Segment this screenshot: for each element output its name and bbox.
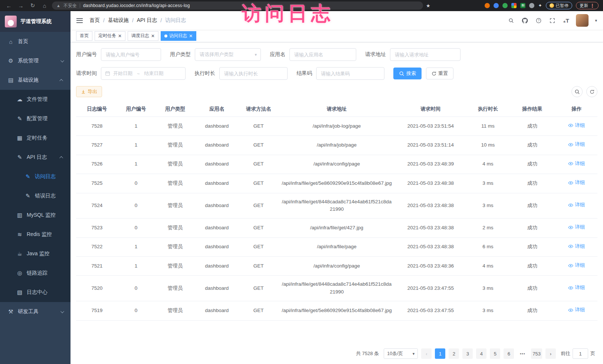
sidebar-item-java-monitor[interactable]: ☕Java 监控 xyxy=(0,244,71,263)
user-type-select[interactable]: 请选择用户类型 ▾ xyxy=(195,48,261,61)
page-size-select[interactable]: 10条/页 ▾ xyxy=(384,348,418,359)
column-header: 应用名 xyxy=(196,102,237,117)
duration-input[interactable] xyxy=(219,67,288,80)
sidebar-item-mysql-monitor[interactable]: ▥MySQL 监控 xyxy=(0,206,71,225)
extension-icon[interactable] xyxy=(511,3,517,8)
tab-scheduled-job[interactable]: 定时任务✕ xyxy=(95,31,125,41)
bookmark-star-icon[interactable]: ★ xyxy=(426,3,430,9)
eye-icon xyxy=(568,180,573,186)
request-time-range-picker[interactable]: 开始日期 ~ 结束日期 xyxy=(101,67,186,80)
sidebar-item-redis-monitor[interactable]: ≋Redis 监控 xyxy=(0,225,71,244)
sidebar-item-trace[interactable]: ◎链路追踪 xyxy=(0,263,71,283)
sidebar-item-dev-tools[interactable]: ⚒研发工具 xyxy=(0,302,71,321)
cell-time: 2021-05-03 23:48:36 xyxy=(394,257,467,276)
sidebar-item-scheduled-job[interactable]: ▦定时任务 xyxy=(0,128,71,148)
detail-link[interactable]: 详细 xyxy=(568,223,585,231)
page-button-1[interactable]: 1 xyxy=(435,348,445,359)
detail-link[interactable]: 详细 xyxy=(568,243,585,250)
sidebar-item-system[interactable]: ⚙系统管理 xyxy=(0,51,71,70)
log-icon: ✎ xyxy=(24,193,31,199)
column-header: 操作结果 xyxy=(509,102,556,117)
extensions-pin-icon[interactable]: ✦ xyxy=(538,3,542,8)
page-button-2[interactable]: 2 xyxy=(449,348,459,359)
sidebar-item-log-center[interactable]: ▧日志中心 xyxy=(0,283,71,302)
page-jump-input[interactable] xyxy=(573,348,588,359)
extension-icon[interactable] xyxy=(529,3,534,8)
tab-access-log[interactable]: 访问日志✕ xyxy=(161,31,196,41)
paused-badge[interactable]: 已暂停 xyxy=(546,2,573,9)
update-button[interactable]: 更新 ⋮ xyxy=(576,2,599,9)
search-icon[interactable] xyxy=(507,17,515,24)
page-button-753[interactable]: 753 xyxy=(531,348,542,359)
breadcrumb-item[interactable]: 基础设施 xyxy=(108,17,129,24)
detail-link[interactable]: 详细 xyxy=(568,306,585,314)
sidebar-item-api-log[interactable]: ✎API 日志 xyxy=(0,148,71,167)
request-url-input[interactable] xyxy=(390,48,461,61)
extension-icon[interactable]: 翻 xyxy=(520,3,525,8)
detail-link[interactable]: 详细 xyxy=(568,160,585,168)
refresh-table-button[interactable] xyxy=(586,86,597,97)
address-bar[interactable]: ▲ 不安全 dashboard.yudao.iocoder.cn/infra/l… xyxy=(52,1,423,10)
prev-page-button[interactable]: ‹ xyxy=(421,348,432,359)
more-pages-icon[interactable]: ••• xyxy=(517,351,528,356)
download-icon xyxy=(81,89,86,94)
fullscreen-icon[interactable] xyxy=(548,17,556,24)
sidebar-item-error-log[interactable]: ✎错误日志 xyxy=(0,186,71,206)
close-icon[interactable]: ✕ xyxy=(189,34,193,38)
back-icon[interactable]: ← xyxy=(4,3,13,9)
detail-link[interactable]: 详细 xyxy=(568,122,585,129)
sidebar-item-config-manage[interactable]: ✎配置管理 xyxy=(0,109,71,128)
table-row: 75221管理员dashboardGET/api/infra/file/page… xyxy=(76,237,597,256)
page-button-3[interactable]: 3 xyxy=(462,348,473,359)
detail-link[interactable]: 详细 xyxy=(568,284,585,292)
page-button-5[interactable]: 5 xyxy=(490,348,500,359)
sidebar-item-infra[interactable]: ▤基础设施 xyxy=(0,70,71,90)
user-type-label: 用户类型 xyxy=(170,51,191,58)
breadcrumb-item[interactable]: 首页 xyxy=(89,17,100,24)
page-button-4[interactable]: 4 xyxy=(476,348,486,359)
app-name-input[interactable] xyxy=(289,48,356,61)
forward-icon[interactable]: → xyxy=(16,3,25,9)
toggle-search-button[interactable] xyxy=(571,86,583,97)
sidebar-item-file-manage[interactable]: ☁文件管理 xyxy=(0,90,71,109)
chevron-down-icon[interactable]: ▾ xyxy=(595,18,597,23)
next-page-button[interactable]: › xyxy=(545,348,556,359)
toolbox-icon: ⚒ xyxy=(7,308,14,315)
user-id-input[interactable] xyxy=(101,48,161,61)
search-button[interactable]: 搜索 xyxy=(393,68,422,79)
reload-icon[interactable]: ↻ xyxy=(28,2,37,9)
github-icon[interactable] xyxy=(521,17,528,24)
help-icon[interactable]: ? xyxy=(535,17,542,24)
home-icon[interactable]: ⌂ xyxy=(40,3,49,9)
cell-method: GET xyxy=(238,136,279,155)
breadcrumb-item[interactable]: API 日志 xyxy=(137,17,157,24)
cell-url: /api/infra/file/get/5e8609290e915c4fa8b0… xyxy=(279,174,394,193)
page-button-6[interactable]: 6 xyxy=(504,348,514,359)
reset-button[interactable]: 重置 xyxy=(426,68,453,79)
cell-user_id: 1 xyxy=(118,257,154,276)
table-row: 75261管理员dashboardGET/api/infra/config/pa… xyxy=(76,155,597,174)
avatar[interactable] xyxy=(576,14,589,27)
request-url-label: 请求地址 xyxy=(365,51,386,58)
detail-link[interactable]: 详细 xyxy=(568,262,585,269)
close-icon[interactable]: ✕ xyxy=(118,34,122,38)
cell-method: GET xyxy=(238,276,279,301)
detail-link[interactable]: 详细 xyxy=(568,201,585,209)
tab-job-log[interactable]: 调度日志✕ xyxy=(128,31,158,41)
sidebar-item-home[interactable]: ⌂首页 xyxy=(0,32,71,51)
upload-icon: ☁ xyxy=(16,96,23,103)
hamburger-icon[interactable] xyxy=(76,18,83,23)
app-logo[interactable]: 芋道管理系统 xyxy=(0,11,71,32)
export-button[interactable]: 导出 xyxy=(76,86,102,97)
result-code-input[interactable] xyxy=(316,67,384,80)
extension-icon[interactable] xyxy=(494,3,499,8)
sidebar-item-access-log[interactable]: ✎访问日志 xyxy=(0,167,71,186)
detail-link[interactable]: 详细 xyxy=(568,179,585,187)
detail-link[interactable]: 详细 xyxy=(568,141,585,148)
font-size-icon[interactable]: ₄T xyxy=(562,17,570,24)
extension-icon[interactable] xyxy=(502,3,508,8)
close-icon[interactable]: ✕ xyxy=(151,34,155,38)
extension-icon[interactable] xyxy=(485,3,490,8)
chevron-up-icon xyxy=(59,79,63,82)
tab-home[interactable]: 首页 xyxy=(76,31,92,41)
